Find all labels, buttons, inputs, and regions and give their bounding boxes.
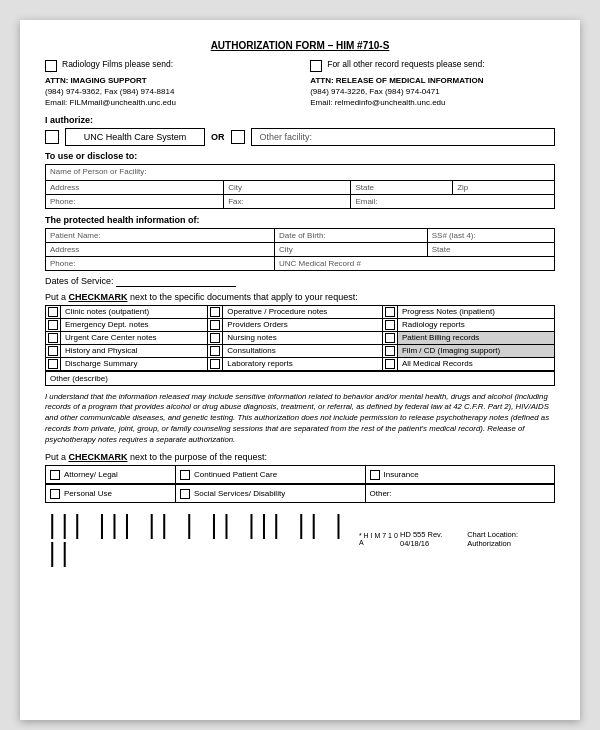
right-email: Email: relmedinfo@unchealth.unc.edu: [310, 97, 555, 108]
purpose-insurance: Insurance: [366, 466, 555, 484]
header-left: Radiology Films please send: ATTN: IMAGI…: [45, 59, 290, 109]
purpose-title: Put a CHECKMARK next to the purpose of t…: [45, 452, 555, 462]
authorization-form: AUTHORIZATION FORM – HIM #710-S Radiolog…: [20, 20, 580, 720]
attorney-checkbox[interactable]: [50, 470, 60, 480]
all-records-label: For all other record requests please sen…: [327, 59, 484, 69]
header-right: For all other record requests please sen…: [310, 59, 555, 109]
other-facility-label: Other facility:: [260, 132, 313, 142]
purpose-grid: Attorney/ Legal Personal Use Continued P…: [45, 465, 555, 503]
right-attn: ATTN: RELEASE OF MEDICAL INFORMATION: [310, 75, 555, 86]
right-phone: (984) 974-3226, Fax (984) 974-0471: [310, 86, 555, 97]
doc-check-1c[interactable]: [382, 305, 397, 318]
attorney-label: Attorney/ Legal: [64, 470, 118, 479]
doc-label-4b: Consultations: [223, 344, 383, 357]
authorize-row: UNC Health Care System OR Other facility…: [45, 128, 555, 146]
dates-label: Dates of Service:: [45, 276, 114, 286]
doc-label-2a: Emergency Dept. notes: [61, 318, 208, 331]
left-email: Email: FILMmail@unchealth.unc.edu: [45, 97, 290, 108]
purpose-col2: Continued Patient Care Social Services/ …: [176, 466, 366, 502]
barcode: ||| ||| || | || ||| || | ||: [45, 511, 351, 567]
city2-cell: City: [275, 242, 428, 256]
doc-row-5: Discharge Summary Laboratory reports All…: [46, 357, 555, 370]
or-label: OR: [211, 132, 225, 142]
doc-row-2: Emergency Dept. notes Providers Orders R…: [46, 318, 555, 331]
doc-check-3c[interactable]: [382, 331, 397, 344]
social-label: Social Services/ Disability: [194, 489, 285, 498]
city-label-cell: City: [224, 180, 351, 194]
social-checkbox[interactable]: [180, 489, 190, 499]
purpose-attorney: Attorney/ Legal: [46, 466, 175, 484]
doc-row-3: Urgent Care Center notes Nursing notes P…: [46, 331, 555, 344]
email-cell: Email:: [351, 194, 555, 208]
purpose-social: Social Services/ Disability: [176, 484, 365, 502]
phi-header: The protected health information of:: [45, 215, 555, 225]
radiology-label: Radiology Films please send:: [62, 59, 173, 69]
zip-label-cell: Zip: [453, 180, 555, 194]
phone-cell: Phone:: [46, 194, 224, 208]
doc-check-1a[interactable]: [46, 305, 61, 318]
other-facility-box: Other facility:: [251, 128, 556, 146]
footer: ||| ||| || | || ||| || | || * H I M 7 1 …: [45, 511, 555, 567]
personal-checkbox[interactable]: [50, 489, 60, 499]
address-label-cell: Address: [46, 180, 224, 194]
doc-check-4b[interactable]: [208, 344, 223, 357]
state2-cell: State: [427, 242, 554, 256]
footer-left: ||| ||| || | || ||| || | || * H I M 7 1 …: [45, 511, 400, 567]
doc-label-5b: Laboratory reports: [223, 357, 383, 370]
purpose-section: Put a CHECKMARK next to the purpose of t…: [45, 452, 555, 503]
doc-row-1: Clinic notes (outpatient) Operative / Pr…: [46, 305, 555, 318]
left-phone: (984) 974-9362, Fax (984) 974-8814: [45, 86, 290, 97]
other-describe-cell[interactable]: Other (describe): [46, 371, 555, 385]
all-records-checkbox[interactable]: [310, 60, 322, 72]
patient-name-cell: Patient Name:: [46, 228, 275, 242]
person-facility-cell: Name of Person or Facility:: [46, 164, 555, 180]
doc-row-4: History and Physical Consultations Film …: [46, 344, 555, 357]
doc-check-4c[interactable]: [382, 344, 397, 357]
doc-check-3a[interactable]: [46, 331, 61, 344]
use-disclose-label: To use or disclose to:: [45, 151, 555, 161]
doc-label-3c: Patient Billing records: [397, 331, 554, 344]
doc-check-2a[interactable]: [46, 318, 61, 331]
doc-label-1c: Progress Notes (inpatient): [397, 305, 554, 318]
doc-check-4a[interactable]: [46, 344, 61, 357]
form-number: HD 555 Rev. 04/18/16: [400, 530, 467, 548]
doc-label-2c: Radiology reports: [397, 318, 554, 331]
purpose-other: Other:: [366, 484, 555, 502]
phone2-cell: Phone:: [46, 256, 275, 270]
purpose-col3: Insurance Other:: [366, 466, 555, 502]
doc-label-1b: Operative / Procedure notes: [223, 305, 383, 318]
continued-checkbox[interactable]: [180, 470, 190, 480]
documents-table: Clinic notes (outpatient) Operative / Pr…: [45, 305, 555, 371]
doc-check-2b[interactable]: [208, 318, 223, 331]
unc-checkbox[interactable]: [45, 130, 59, 144]
doc-check-1b[interactable]: [208, 305, 223, 318]
other-facility-checkbox[interactable]: [231, 130, 245, 144]
other-purpose-label: Other:: [370, 489, 392, 498]
doc-check-5b[interactable]: [208, 357, 223, 370]
left-attn: ATTN: IMAGING SUPPORT: [45, 75, 290, 86]
insurance-checkbox[interactable]: [370, 470, 380, 480]
doc-label-4a: History and Physical: [61, 344, 208, 357]
doc-label-3b: Nursing notes: [223, 331, 383, 344]
doc-check-2c[interactable]: [382, 318, 397, 331]
dates-value[interactable]: [116, 276, 236, 287]
doc-check-5c[interactable]: [382, 357, 397, 370]
fax-cell: Fax:: [224, 194, 351, 208]
radiology-checkbox[interactable]: [45, 60, 57, 72]
ss-cell: SS# (last 4):: [427, 228, 554, 242]
medical-record-cell: UNC Medical Record #: [275, 256, 555, 270]
doc-check-3b[interactable]: [208, 331, 223, 344]
doc-label-4c: Film / CD (Imaging support): [397, 344, 554, 357]
doc-label-5a: Discharge Summary: [61, 357, 208, 370]
dates-row: Dates of Service:: [45, 276, 555, 287]
other-describe-table: Other (describe): [45, 371, 555, 386]
doc-check-5a[interactable]: [46, 357, 61, 370]
barcode-text: * H I M 7 1 0 A: [359, 532, 400, 546]
checkmark-title: Put a CHECKMARK next to the specific doc…: [45, 292, 555, 302]
state-label-cell: State: [351, 180, 453, 194]
chart-location: Chart Location: Authorization: [467, 530, 555, 548]
dob-cell: Date of Birth:: [275, 228, 428, 242]
doc-label-5c: All Medical Records: [397, 357, 554, 370]
purpose-col1: Attorney/ Legal Personal Use: [46, 466, 176, 502]
doc-label-1a: Clinic notes (outpatient): [61, 305, 208, 318]
